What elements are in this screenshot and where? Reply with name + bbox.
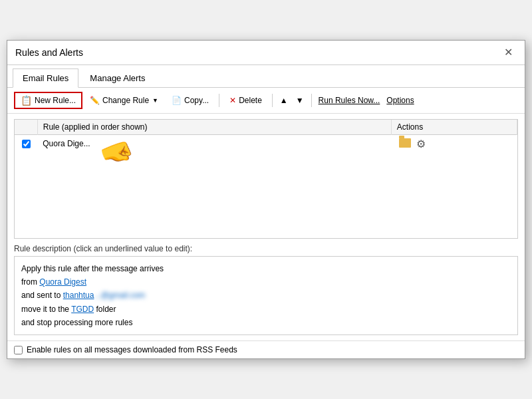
edit-icon: ⚙ <box>416 138 426 150</box>
rules-list[interactable]: Rule (applied in order shown) Actions Qu… <box>14 119 518 239</box>
email-blurred: ...@gmail.com <box>94 289 145 302</box>
rule-checkbox[interactable] <box>22 140 31 148</box>
tab-manage-alerts[interactable]: Manage Alerts <box>80 68 155 88</box>
rss-checkbox[interactable] <box>14 346 23 354</box>
folder-icon <box>399 138 411 148</box>
col-header-rule: Rule (applied in order shown) <box>37 120 391 135</box>
new-rule-icon: 📋 <box>21 95 32 106</box>
quora-digest-link[interactable]: Quora Digest <box>39 277 86 287</box>
move-down-button[interactable]: ▼ <box>293 93 307 108</box>
change-rule-icon: ✏️ <box>90 96 100 105</box>
description-section: Rule description (click an underlined va… <box>14 244 518 336</box>
rules-and-alerts-dialog: Rules and Alerts ✕ Email Rules Manage Al… <box>7 40 525 360</box>
tgdd-folder-link[interactable]: TGDD <box>71 305 94 314</box>
tab-bar: Email Rules Manage Alerts <box>7 65 525 88</box>
new-rule-button[interactable]: 📋 New Rule... <box>14 92 82 109</box>
move-up-button[interactable]: ▲ <box>277 93 291 108</box>
description-box: Apply this rule after the message arrive… <box>14 256 518 336</box>
change-rule-button[interactable]: ✏️ Change Rule ▼ <box>84 93 164 108</box>
close-button[interactable]: ✕ <box>500 46 517 59</box>
toolbar-separator-2 <box>272 94 273 107</box>
dialog-title: Rules and Alerts <box>15 47 83 58</box>
description-label: Rule description (click an underlined va… <box>14 244 518 253</box>
table-row[interactable]: Quora Dige... ⚙ <box>15 134 517 153</box>
rules-table: Rule (applied in order shown) Actions Qu… <box>15 120 517 153</box>
delete-button[interactable]: ✕ Delete <box>223 93 268 108</box>
tab-email-rules[interactable]: Email Rules <box>13 68 78 88</box>
dialog-content: Email Rules Manage Alerts 📋 New Rule... … <box>7 65 525 359</box>
col-header-actions: Actions <box>391 120 517 135</box>
options-button[interactable]: Options <box>384 94 416 107</box>
rss-label: Enable rules on all messages downloaded … <box>27 345 237 354</box>
toolbar-separator-1 <box>219 94 219 107</box>
copy-icon: 📄 <box>172 96 182 105</box>
toolbar-separator-3 <box>311 94 312 107</box>
col-header-check <box>15 120 37 135</box>
email-link[interactable]: thanhtua...@gmail.com <box>63 291 146 300</box>
copy-button[interactable]: 📄 Copy... <box>166 93 215 108</box>
rule-checkbox-cell[interactable] <box>15 134 37 153</box>
rule-actions-cell: ⚙ <box>391 134 517 153</box>
desc-line5: and stop processing more rules <box>21 316 511 329</box>
desc-line1: Apply this rule after the message arrive… <box>21 262 511 275</box>
desc-line3: and sent to thanhtua...@gmail.com <box>21 289 511 302</box>
run-rules-now-button[interactable]: Run Rules Now... <box>316 94 383 107</box>
rule-name-cell: Quora Dige... <box>37 134 391 153</box>
title-bar: Rules and Alerts ✕ <box>7 41 525 65</box>
rss-footer: Enable rules on all messages downloaded … <box>7 340 525 358</box>
toolbar: 📋 New Rule... ✏️ Change Rule ▼ 📄 Copy...… <box>7 88 525 114</box>
change-rule-dropdown-arrow: ▼ <box>152 97 158 104</box>
desc-line4: move it to the TGDD folder <box>21 303 511 316</box>
delete-icon: ✕ <box>229 96 236 105</box>
desc-line2: from Quora Digest <box>21 275 511 289</box>
